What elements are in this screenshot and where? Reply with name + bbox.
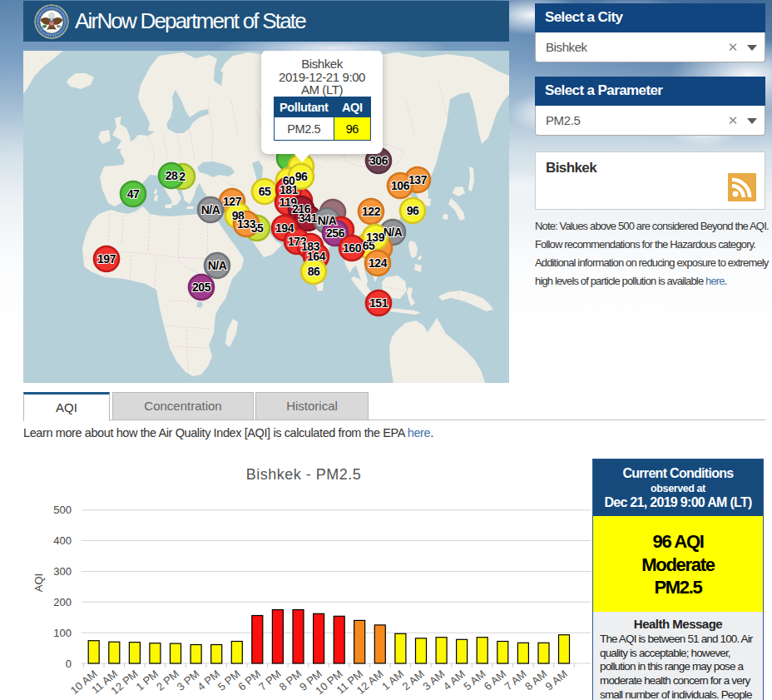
svg-text:200: 200: [53, 596, 72, 608]
svg-text:197: 197: [97, 252, 116, 266]
svg-text:139: 139: [366, 231, 385, 244]
svg-text:AQI: AQI: [32, 573, 45, 592]
svg-text:96: 96: [407, 204, 419, 217]
svg-text:2: 2: [179, 170, 186, 183]
svg-text:151: 151: [369, 296, 388, 310]
svg-text:256: 256: [326, 226, 345, 240]
svg-text:122: 122: [362, 205, 381, 218]
svg-text:N/A: N/A: [384, 226, 403, 239]
svg-text:306: 306: [369, 154, 388, 167]
svg-text:160: 160: [343, 241, 362, 255]
svg-text:500: 500: [53, 504, 72, 516]
svg-text:1 AM: 1 AM: [379, 668, 406, 693]
svg-text:N/A: N/A: [201, 203, 220, 216]
svg-text:86: 86: [308, 265, 320, 278]
svg-text:0: 0: [66, 658, 72, 670]
svg-text:N/A: N/A: [318, 214, 337, 227]
svg-text:65: 65: [259, 185, 271, 198]
svg-text:300: 300: [53, 565, 72, 578]
svg-text:341: 341: [299, 211, 318, 225]
svg-text:400: 400: [53, 534, 72, 547]
svg-text:137: 137: [408, 173, 428, 186]
svg-text:7 AM: 7 AM: [502, 668, 528, 693]
svg-text:Bishkek - PM2.5: Bishkek - PM2.5: [246, 466, 362, 483]
svg-text:133: 133: [237, 217, 256, 231]
svg-text:28: 28: [166, 169, 178, 182]
svg-text:47: 47: [127, 187, 140, 201]
svg-text:N/A: N/A: [208, 259, 227, 272]
svg-text:5 AM: 5 AM: [461, 668, 487, 693]
svg-text:181: 181: [280, 183, 299, 196]
svg-text:2 AM: 2 AM: [400, 668, 427, 693]
svg-text:100: 100: [53, 627, 72, 639]
svg-text:9 AM: 9 AM: [543, 668, 570, 693]
svg-text:164: 164: [307, 250, 326, 263]
svg-text:124: 124: [369, 256, 388, 270]
svg-text:96: 96: [295, 170, 308, 183]
svg-text:205: 205: [192, 280, 211, 294]
svg-text:106: 106: [391, 179, 410, 192]
svg-text:6 AM: 6 AM: [482, 668, 508, 693]
svg-text:4 AM: 4 AM: [441, 668, 468, 693]
svg-text:194: 194: [275, 221, 294, 235]
svg-text:127: 127: [223, 195, 242, 208]
